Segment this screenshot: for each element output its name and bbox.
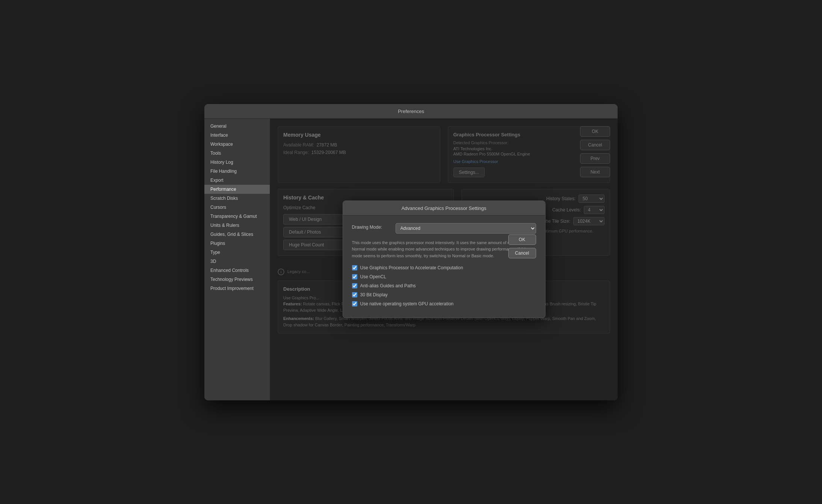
sidebar-item-enhanced-controls[interactable]: Enhanced Controls — [204, 266, 270, 275]
checkbox-row-0: Use Graphics Processor to Accelerate Com… — [352, 265, 536, 270]
checkbox-label-2: Anti-alias Guides and Paths — [360, 283, 416, 288]
modal-title-bar: Advanced Graphics Processor Settings — [343, 201, 545, 216]
sidebar-item-export[interactable]: Export — [204, 176, 270, 185]
drawing-mode-label: Drawing Mode: — [352, 223, 390, 230]
sidebar-item-type[interactable]: Type — [204, 248, 270, 257]
window-title: Preferences — [398, 109, 424, 114]
modal-ok-cancel: OK Cancel — [508, 234, 536, 258]
checkbox-input-4[interactable] — [352, 301, 357, 306]
checkbox-input-1[interactable] — [352, 274, 357, 279]
checkbox-input-3[interactable] — [352, 292, 357, 297]
checkbox-input-0[interactable] — [352, 265, 357, 270]
checkbox-label-0: Use Graphics Processor to Accelerate Com… — [360, 265, 463, 270]
window-body: GeneralInterfaceWorkspaceToolsHistory Lo… — [204, 119, 618, 400]
sidebar: GeneralInterfaceWorkspaceToolsHistory Lo… — [204, 119, 270, 400]
modal-title: Advanced Graphics Processor Settings — [401, 205, 486, 211]
sidebar-item-interface[interactable]: Interface — [204, 131, 270, 140]
checkbox-label-3: 30 Bit Display — [360, 292, 388, 297]
sidebar-item-plugins[interactable]: Plugins — [204, 239, 270, 248]
sidebar-item-product-improvement[interactable]: Product Improvement — [204, 284, 270, 293]
checkbox-row-3: 30 Bit Display — [352, 292, 536, 297]
checkbox-row-2: Anti-alias Guides and Paths — [352, 283, 536, 288]
drawing-mode-row: Drawing Mode: Basic Normal Advanced — [352, 223, 536, 234]
drawing-mode-select[interactable]: Basic Normal Advanced — [396, 223, 536, 234]
sidebar-item-workspace[interactable]: Workspace — [204, 140, 270, 149]
main-content: OK Cancel Prev Next Memory Usage Availab… — [270, 119, 618, 400]
checkbox-row-1: Use OpenCL — [352, 274, 536, 279]
sidebar-item-performance[interactable]: Performance — [204, 185, 270, 194]
checkbox-list: Use Graphics Processor to Accelerate Com… — [352, 265, 536, 306]
title-bar: Preferences — [204, 104, 618, 119]
drawing-mode-select-wrap: Basic Normal Advanced — [396, 223, 536, 234]
checkbox-row-4: Use native operating system GPU accelera… — [352, 301, 536, 306]
checkbox-input-2[interactable] — [352, 283, 357, 288]
checkbox-label-4: Use native operating system GPU accelera… — [360, 301, 454, 306]
sidebar-item-technology-previews[interactable]: Technology Previews — [204, 275, 270, 284]
sidebar-item-transparency--gamut[interactable]: Transparency & Gamut — [204, 212, 270, 221]
sidebar-item-guides-grid--slices[interactable]: Guides, Grid & Slices — [204, 230, 270, 239]
sidebar-item-file-handling[interactable]: File Handling — [204, 167, 270, 176]
sidebar-item-units--rulers[interactable]: Units & Rulers — [204, 221, 270, 230]
sidebar-item-cursors[interactable]: Cursors — [204, 203, 270, 212]
modal-cancel-button[interactable]: Cancel — [508, 248, 536, 258]
sidebar-item-history-log[interactable]: History Log — [204, 158, 270, 167]
modal-body: OK Cancel Drawing Mode: Basic Normal Adv… — [343, 216, 545, 317]
sidebar-item-general[interactable]: General — [204, 122, 270, 131]
sidebar-item-tools[interactable]: Tools — [204, 149, 270, 158]
checkbox-label-1: Use OpenCL — [360, 274, 386, 279]
sidebar-item-3d[interactable]: 3D — [204, 257, 270, 266]
modal-ok-button[interactable]: OK — [508, 234, 536, 245]
preferences-window: Preferences GeneralInterfaceWorkspaceToo… — [204, 104, 618, 400]
sidebar-item-scratch-disks[interactable]: Scratch Disks — [204, 194, 270, 203]
modal-overlay: Advanced Graphics Processor Settings OK … — [270, 119, 618, 400]
advanced-gpu-modal: Advanced Graphics Processor Settings OK … — [343, 201, 545, 318]
